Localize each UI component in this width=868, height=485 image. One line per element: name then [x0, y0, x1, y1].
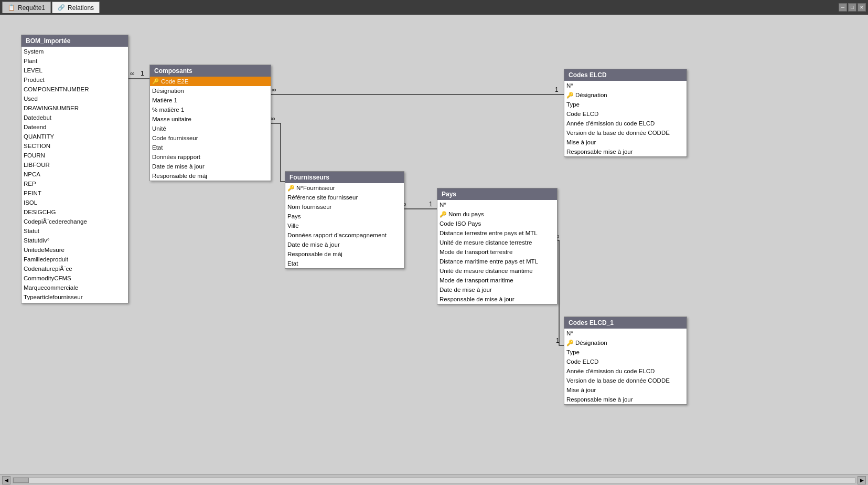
list-item: Statut	[22, 226, 128, 236]
table-fournisseurs-body[interactable]: 🔑 N°Fournisseur Référence site fournisse…	[285, 183, 404, 268]
key-icon: 🔑	[566, 340, 574, 346]
list-item: Pays	[285, 212, 404, 221]
connector-composants-fournisseurs	[270, 123, 285, 182]
list-item: Type	[564, 347, 687, 357]
list-item: Code fournisseur	[150, 133, 271, 143]
requete-icon: 📋	[8, 4, 15, 11]
connector-codesElcd-label-to: 1	[555, 86, 559, 93]
minimize-button[interactable]: ─	[839, 3, 847, 12]
list-item: DRAWINGNUMBER	[22, 103, 128, 113]
list-item: Masse unitaire	[150, 114, 271, 124]
list-item: DESIGCHG	[22, 207, 128, 217]
list-item: Date de mise à jour	[150, 162, 271, 171]
table-pays: Pays N° 🔑 Nom du pays Code ISO Pays Dist…	[437, 188, 558, 304]
tab-relations[interactable]: 🔗 Relations	[52, 2, 100, 13]
tab-requete1-label: Requête1	[18, 4, 45, 12]
connector-fournisseurs-pays-label-to: 1	[429, 201, 433, 208]
table-codes-elcd-1: Codes ELCD_1 N° 🔑 Désignation Type Code …	[564, 317, 687, 405]
list-item: Plant	[22, 56, 128, 66]
list-item: Unité	[150, 124, 271, 133]
connector-bom-composants-label-from: ∞	[130, 70, 135, 77]
list-item: Version de la base de donnée CODDE	[564, 128, 687, 138]
list-item: CodenaturepiÃ¨ce	[22, 264, 128, 273]
table-bom-header[interactable]: BOM_Importée	[22, 35, 128, 47]
table-fournisseurs-header[interactable]: Fournisseurs	[285, 172, 404, 183]
table-codes-elcd-1-body[interactable]: N° 🔑 Désignation Type Code ELCD Année d'…	[564, 329, 687, 404]
list-item: Mode de transport maritime	[437, 276, 557, 285]
list-item: N°	[564, 329, 687, 338]
list-item: 🔑 Code E2E	[150, 77, 271, 86]
connector-composants-fournisseurs-label-from: ∞	[271, 115, 275, 122]
list-item: N°	[564, 81, 687, 90]
title-bar: 📋 Requête1 🔗 Relations ─ □ ✕	[0, 0, 868, 15]
list-item: Code ELCD	[564, 109, 687, 119]
list-item: % matière 1	[150, 105, 271, 114]
list-item: LIBFOUR	[22, 160, 128, 170]
table-bom-body[interactable]: System Plant LEVEL Product COMPONENTNUMB…	[22, 47, 128, 303]
scroll-left-button[interactable]: ◀	[2, 476, 10, 484]
list-item: Nom fournisseur	[285, 202, 404, 212]
list-item: Responsable mise à jour	[564, 395, 687, 404]
maximize-button[interactable]: □	[848, 3, 856, 12]
list-item: Distance maritime entre pays et MTL	[437, 257, 557, 266]
scroll-right-button[interactable]: ▶	[858, 476, 866, 484]
list-item: Used	[22, 94, 128, 103]
list-item: Référence site fournisseur	[285, 193, 404, 202]
list-item: Groupeachat	[22, 302, 128, 303]
list-item: REP	[22, 179, 128, 188]
list-item: Désignation	[150, 86, 271, 96]
relations-icon: 🔗	[58, 4, 65, 11]
list-item: Responsable de màj	[285, 249, 404, 259]
table-codes-elcd-header[interactable]: Codes ELCD	[564, 69, 687, 81]
table-bom: BOM_Importée System Plant LEVEL Product …	[21, 35, 128, 303]
list-item: Mode de transport terrestre	[437, 247, 557, 257]
list-item: Date de mise à jour	[285, 240, 404, 249]
list-item: PEINT	[22, 188, 128, 198]
list-item: Version de la base de donnée CODDE	[564, 376, 687, 385]
list-item: Datedebut	[22, 113, 128, 122]
list-item: Product	[22, 75, 128, 85]
table-codes-elcd-1-header[interactable]: Codes ELCD_1	[564, 317, 687, 329]
scroll-thumb[interactable]	[13, 478, 29, 483]
table-composants-header[interactable]: Composants	[150, 65, 271, 77]
list-item: N°	[437, 200, 557, 209]
list-item: Responsable de màj	[150, 171, 271, 181]
list-item: SECTION	[22, 141, 128, 151]
key-icon: 🔑	[440, 211, 447, 218]
key-icon: 🔑	[287, 185, 295, 192]
connector-layer: ∞ 1 ∞ ∞ 1 ∞ 1 ∞ 1	[0, 15, 868, 475]
connector-codesElcd-label-from: ∞	[272, 86, 276, 93]
list-item: COMPONENTNUMBER	[22, 85, 128, 94]
window-controls: ─ □ ✕	[839, 3, 866, 12]
list-item: Données rappport	[150, 152, 271, 162]
table-composants-body[interactable]: 🔑 Code E2E Désignation Matière 1 % matiè…	[150, 77, 271, 181]
list-item: NPCA	[22, 170, 128, 179]
list-item: Année d'émission du code ELCD	[564, 119, 687, 128]
list-item: FOURN	[22, 151, 128, 160]
key-icon: 🔑	[152, 78, 159, 85]
list-item: Ville	[285, 221, 404, 230]
list-item: Date de mise à jour	[437, 285, 557, 294]
close-button[interactable]: ✕	[858, 3, 866, 12]
key-icon: 🔑	[566, 92, 574, 99]
list-item: ISOL	[22, 198, 128, 207]
list-item: Familledeproduit	[22, 255, 128, 264]
connector-bom-composants-label-to: 1	[141, 70, 144, 77]
canvas-area: ∞ 1 ∞ ∞ 1 ∞ 1 ∞ 1 BOM_Importée System Pl…	[0, 15, 868, 475]
list-item: System	[22, 47, 128, 56]
table-pays-body[interactable]: N° 🔑 Nom du pays Code ISO Pays Distance …	[437, 200, 557, 304]
scroll-track[interactable]	[13, 477, 855, 483]
bottom-scrollbar: ◀ ▶	[0, 475, 868, 485]
list-item: Responsable de mise à jour	[437, 294, 557, 304]
list-item: Unité de mesure distance terrestre	[437, 238, 557, 247]
connector-pays-codesElcd1-label-to: 1	[556, 337, 560, 344]
table-codes-elcd-body[interactable]: N° 🔑 Désignation Type Code ELCD Année d'…	[564, 81, 687, 156]
tab-requete1[interactable]: 📋 Requête1	[2, 2, 51, 13]
list-item: 🔑 N°Fournisseur	[285, 183, 404, 193]
table-codes-elcd: Codes ELCD N° 🔑 Désignation Type Code EL…	[564, 69, 687, 157]
list-item: 🔑 Désignation	[564, 338, 687, 347]
list-item: Type	[564, 100, 687, 109]
list-item: Matière 1	[150, 96, 271, 105]
table-composants: Composants 🔑 Code E2E Désignation Matièr…	[149, 65, 271, 181]
table-pays-header[interactable]: Pays	[437, 188, 557, 200]
